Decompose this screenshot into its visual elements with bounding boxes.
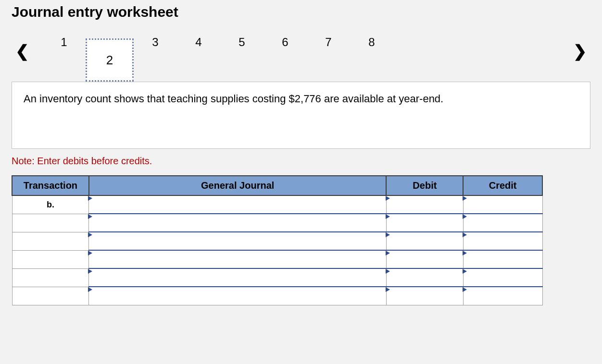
credit-cell[interactable] [463, 195, 542, 214]
prompt-box: An inventory count shows that teaching s… [12, 82, 590, 149]
dropdown-marker-icon [88, 214, 92, 219]
table-row [12, 250, 542, 268]
tab-3[interactable]: 3 [134, 29, 177, 56]
tab-row: ❮ 12345678 ❯ [12, 29, 590, 73]
transaction-label: b. [47, 200, 54, 209]
col-header-journal: General Journal [89, 176, 387, 195]
credit-cell[interactable] [463, 250, 542, 268]
dropdown-marker-icon [386, 232, 390, 237]
tab-8[interactable]: 8 [350, 29, 393, 56]
dropdown-marker-icon [386, 269, 390, 274]
general-journal-cell[interactable] [89, 250, 387, 268]
dropdown-marker-icon [88, 232, 92, 237]
prompt-text: An inventory count shows that teaching s… [24, 93, 443, 105]
dropdown-marker-icon [88, 287, 92, 292]
dropdown-marker-icon [386, 251, 390, 255]
dropdown-marker-icon [463, 214, 467, 219]
note-text: Note: Enter debits before credits. [12, 156, 590, 167]
tab-5[interactable]: 5 [220, 29, 263, 56]
tab-7[interactable]: 7 [307, 29, 350, 56]
debit-cell[interactable] [386, 214, 463, 232]
transaction-cell [12, 250, 89, 268]
dropdown-marker-icon [88, 196, 92, 201]
credit-cell[interactable] [463, 268, 542, 287]
dropdown-marker-icon [386, 214, 390, 219]
credit-cell[interactable] [463, 287, 542, 305]
general-journal-cell[interactable] [89, 287, 387, 305]
dropdown-marker-icon [88, 251, 92, 255]
table-row [12, 268, 542, 287]
dropdown-marker-icon [463, 196, 467, 201]
col-header-debit: Debit [386, 176, 463, 195]
dropdown-marker-icon [463, 251, 467, 255]
dropdown-marker-icon [463, 269, 467, 274]
tab-6[interactable]: 6 [263, 29, 307, 56]
debit-cell[interactable] [386, 232, 463, 250]
dropdown-marker-icon [386, 196, 390, 201]
credit-cell[interactable] [463, 214, 542, 232]
transaction-cell [12, 287, 89, 305]
transaction-cell [12, 214, 89, 232]
general-journal-cell[interactable] [89, 268, 387, 287]
general-journal-cell[interactable] [89, 214, 387, 232]
page-title: Journal entry worksheet [12, 4, 590, 20]
table-row [12, 214, 542, 232]
transaction-cell [12, 232, 89, 250]
debit-cell[interactable] [386, 195, 463, 214]
next-arrow-icon[interactable]: ❯ [569, 39, 590, 63]
table-row: b. [12, 195, 542, 214]
dropdown-marker-icon [88, 269, 92, 274]
debit-cell[interactable] [386, 268, 463, 287]
debit-cell[interactable] [386, 250, 463, 268]
tab-4[interactable]: 4 [177, 29, 220, 56]
dropdown-marker-icon [463, 232, 467, 237]
dropdown-marker-icon [386, 287, 390, 292]
dropdown-marker-icon [463, 287, 467, 292]
debit-cell[interactable] [386, 287, 463, 305]
credit-cell[interactable] [463, 232, 542, 250]
journal-table: Transaction General Journal Debit Credit… [12, 175, 543, 305]
transaction-cell [12, 268, 89, 287]
prev-arrow-icon[interactable]: ❮ [12, 39, 33, 63]
tab-2[interactable]: 2 [86, 38, 134, 82]
general-journal-cell[interactable] [89, 232, 387, 250]
transaction-cell: b. [12, 195, 89, 214]
col-header-transaction: Transaction [12, 176, 89, 195]
general-journal-cell[interactable] [89, 195, 387, 214]
tab-1[interactable]: 1 [42, 29, 86, 56]
table-row [12, 232, 542, 250]
table-row [12, 287, 542, 305]
col-header-credit: Credit [463, 176, 542, 195]
